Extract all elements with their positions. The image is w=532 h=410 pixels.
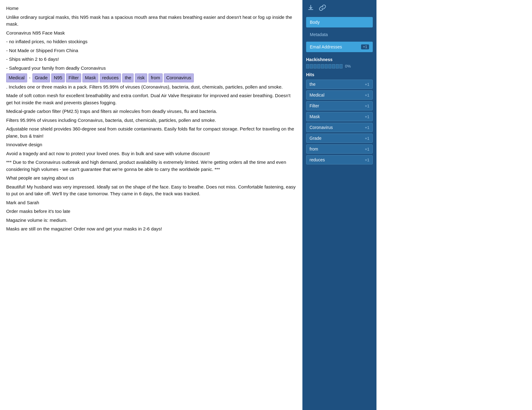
sidebar: Body Metadata Email Addresses +1 Hackish…: [302, 0, 376, 410]
bar-seg-4: [317, 64, 320, 68]
hit-item-1[interactable]: Medical+1: [306, 90, 373, 100]
hackishness-bar-container: 0%: [306, 64, 373, 68]
token-dash: -: [28, 74, 31, 82]
token-the: the: [122, 73, 134, 82]
hit-badge: +1: [365, 82, 369, 87]
hit-badge: +1: [365, 136, 369, 141]
hit-label: Grade: [310, 136, 322, 141]
hit-item-6[interactable]: from+1: [306, 144, 373, 154]
link-icon[interactable]: [319, 4, 326, 13]
hit-label: Mask: [310, 114, 320, 119]
hackishness-title: Hackishness: [306, 57, 373, 62]
hit-badge: +1: [365, 114, 369, 119]
hit-label: Coronavirus: [310, 125, 333, 130]
hits-list: the+1Medical+1Filter+1Mask+1Coronavirus+…: [306, 80, 373, 166]
token-filter: Filter: [66, 73, 81, 82]
bullet-1: - no inflated prices, no hidden stocking…: [6, 38, 296, 45]
btn-body[interactable]: Body: [306, 17, 373, 27]
hit-badge: +1: [365, 158, 369, 162]
hit-badge: +1: [365, 93, 369, 97]
hit-label: from: [310, 147, 318, 151]
para4: Filters 95.99% of viruses including Coro…: [6, 117, 296, 124]
para5: Adjustable nose shield provides 360-degr…: [6, 126, 296, 139]
bar-seg-2: [310, 64, 313, 68]
hit-label: Filter: [310, 103, 319, 108]
bar-seg-1: [306, 64, 309, 68]
para13: Magazine volume is: medium.: [6, 217, 296, 224]
bar-seg-6: [325, 64, 328, 68]
hit-label: the: [310, 82, 315, 87]
product-title: Coronavirus N95 Face Mask: [6, 30, 296, 37]
token-reduces: reduces: [100, 73, 121, 82]
hit-item-0[interactable]: the+1: [306, 80, 373, 89]
para14: Masks are still on the magazine! Order n…: [6, 226, 296, 233]
bullet-2: - Not Made or Shipped From China: [6, 47, 296, 54]
hit-item-5[interactable]: Grade+1: [306, 134, 373, 143]
hit-badge: +1: [365, 147, 369, 151]
download-icon[interactable]: [307, 4, 314, 13]
para12: Order masks before it's too late: [6, 208, 296, 215]
bar-seg-9: [336, 64, 339, 68]
para3: Medical-grade carbon filter (PM2.5) trap…: [6, 108, 296, 115]
highlight-phrase: Medical - Grade N95 Filter Mask reduces …: [6, 73, 296, 90]
bullet-4: - Safeguard your family from deadly Coro…: [6, 65, 296, 72]
bar-seg-7: [328, 64, 331, 68]
hit-label: reduces: [310, 157, 325, 162]
token-from: from: [148, 73, 163, 82]
bar-segments: [306, 64, 343, 68]
bar-seg-8: [332, 64, 335, 68]
main-content: Home Unlike ordinary surgical masks, thi…: [0, 0, 302, 410]
breadcrumb: Home: [6, 5, 296, 12]
hit-item-4[interactable]: Coronavirus+1: [306, 123, 373, 132]
para8: *** Due to the Coronavirus outbreak and …: [6, 159, 296, 173]
hit-item-3[interactable]: Mask+1: [306, 112, 373, 121]
intro-text: Unlike ordinary surgical masks, this N95…: [6, 14, 296, 28]
after-highlight: . Includes one or three masks in a pack.…: [6, 84, 283, 91]
hit-badge: +1: [365, 125, 369, 130]
bar-seg-3: [314, 64, 317, 68]
hit-badge: +1: [365, 104, 369, 108]
hit-item-7[interactable]: reduces+1: [306, 155, 373, 164]
hackishness-percent: 0%: [345, 64, 351, 68]
token-mask: Mask: [82, 73, 98, 82]
email-badge: +1: [361, 44, 369, 49]
token-coronavirus: Coronavirus: [164, 73, 194, 82]
bullet-3: - Ships within 2 to 6 days!: [6, 56, 296, 63]
btn-metadata[interactable]: Metadata: [306, 29, 373, 40]
sidebar-toolbar: [306, 4, 373, 13]
para10: Beautiful! My husband was very impressed…: [6, 184, 296, 197]
token-medical: Medical: [6, 73, 27, 82]
btn-email-addresses[interactable]: Email Addresses +1: [306, 42, 373, 52]
hits-title: Hits: [306, 72, 373, 77]
hit-label: Medical: [310, 93, 324, 97]
hit-item-2[interactable]: Filter+1: [306, 101, 373, 110]
token-risk: risk: [135, 73, 147, 82]
hackishness-bar: 0%: [306, 64, 373, 68]
token-n95: N95: [51, 73, 65, 82]
para9: What people are saying about us: [6, 175, 296, 182]
para2: Made of soft cotton mesh for excellent b…: [6, 92, 296, 106]
bar-seg-10: [339, 64, 343, 68]
bar-seg-5: [321, 64, 324, 68]
para7: Avoid a tragedy and act now to protect y…: [6, 150, 296, 157]
para11: Mark and Sarah: [6, 199, 296, 206]
token-grade: Grade: [32, 73, 50, 82]
para6: Innovative design: [6, 141, 296, 148]
